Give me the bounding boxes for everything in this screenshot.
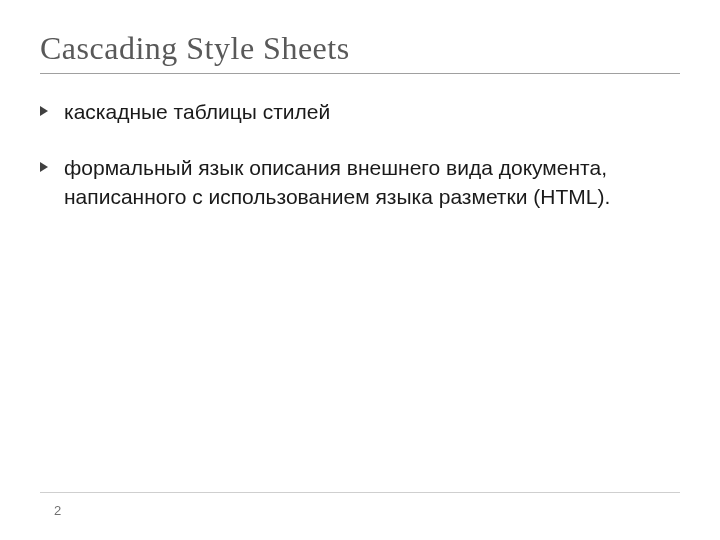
- slide-title: Cascading Style Sheets: [40, 30, 680, 67]
- bullet-text: формальный язык описания внешнего вида д…: [64, 154, 680, 211]
- svg-marker-1: [40, 162, 48, 172]
- title-area: Cascading Style Sheets: [40, 30, 680, 74]
- slide: Cascading Style Sheets каскадные таблицы…: [0, 0, 720, 540]
- title-underline: [40, 73, 680, 74]
- page-number: 2: [54, 503, 680, 518]
- triangle-bullet-icon: [40, 162, 54, 172]
- content-area: каскадные таблицы стилей формальный язык…: [40, 82, 680, 211]
- list-item: каскадные таблицы стилей: [40, 98, 680, 126]
- svg-marker-0: [40, 106, 48, 116]
- list-item: формальный язык описания внешнего вида д…: [40, 154, 680, 211]
- footer-line: [40, 492, 680, 493]
- bullet-text: каскадные таблицы стилей: [64, 98, 330, 126]
- triangle-bullet-icon: [40, 106, 54, 116]
- footer: 2: [40, 492, 680, 518]
